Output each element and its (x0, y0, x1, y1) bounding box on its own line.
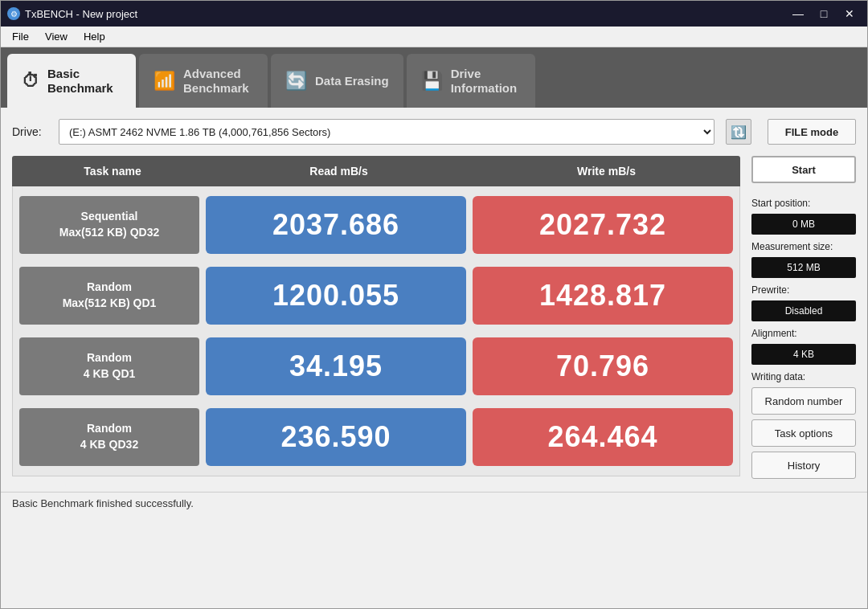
bench-rows: SequentialMax(512 KB) QD32 2037.686 2027… (12, 186, 740, 476)
write-value-random-4k-qd32: 264.464 (473, 408, 733, 466)
drive-row: Drive: (E:) ASMT 2462 NVME 1.86 TB (4,00… (12, 119, 856, 145)
main-layout: Task name Read mB/s Write mB/s Sequentia… (12, 156, 856, 479)
tab-data-erasing[interactable]: 🔄 Data Erasing (271, 54, 403, 108)
maximize-button[interactable]: □ (813, 6, 835, 22)
status-message: Basic Benchmark finished successfully. (12, 497, 194, 509)
drive-select[interactable]: (E:) ASMT 2462 NVME 1.86 TB (4,000,761,8… (59, 125, 714, 139)
menu-view[interactable]: View (37, 29, 76, 44)
writing-data-button[interactable]: Random number (751, 387, 856, 415)
read-value-random-4k-qd1: 34.195 (206, 337, 466, 395)
right-panel: Start Start position: 0 MB Measurement s… (751, 156, 856, 479)
header-read: Read mB/s (205, 165, 473, 178)
table-row: SequentialMax(512 KB) QD32 2037.686 2027… (13, 193, 739, 257)
title-bar-left: ⚙ TxBENCH - New project (7, 7, 137, 20)
measurement-size-label: Measurement size: (751, 241, 856, 252)
advanced-benchmark-icon: 📶 (154, 71, 175, 92)
tab-basic-label: BasicBenchmark (47, 67, 113, 96)
start-button[interactable]: Start (751, 156, 856, 183)
minimize-button[interactable]: — (787, 6, 809, 22)
tab-advanced-label: AdvancedBenchmark (183, 67, 249, 96)
write-value-random-4k-qd1: 70.796 (473, 337, 733, 395)
content-area: Drive: (E:) ASMT 2462 NVME 1.86 TB (4,00… (1, 108, 867, 485)
tab-bar: ⏱ BasicBenchmark 📶 AdvancedBenchmark 🔄 D… (1, 47, 867, 108)
start-position-label: Start position: (751, 198, 856, 209)
task-options-button[interactable]: Task options (751, 419, 856, 447)
benchmark-area: Task name Read mB/s Write mB/s Sequentia… (12, 156, 740, 479)
menu-file[interactable]: File (4, 29, 37, 44)
tab-basic-benchmark[interactable]: ⏱ BasicBenchmark (7, 54, 136, 108)
app-icon: ⚙ (7, 7, 20, 20)
read-value-random-512: 1200.055 (206, 267, 466, 325)
tab-erasing-label: Data Erasing (315, 74, 389, 88)
table-row: Random4 KB QD32 236.590 264.464 (13, 405, 739, 469)
tab-advanced-benchmark[interactable]: 📶 AdvancedBenchmark (139, 54, 268, 108)
header-task-name: Task name (12, 165, 205, 178)
status-bar: Basic Benchmark finished successfully. (1, 492, 867, 514)
bench-header: Task name Read mB/s Write mB/s (12, 156, 740, 186)
table-row: Random4 KB QD1 34.195 70.796 (13, 334, 739, 399)
writing-data-label: Writing data: (751, 371, 856, 382)
file-mode-button[interactable]: FILE mode (768, 119, 856, 145)
task-name-random-4k-qd32: Random4 KB QD32 (19, 408, 199, 466)
start-position-value: 0 MB (751, 214, 856, 235)
close-button[interactable]: ✕ (838, 6, 861, 22)
drive-select-wrap: (E:) ASMT 2462 NVME 1.86 TB (4,000,761,8… (59, 119, 714, 145)
task-name-sequential: SequentialMax(512 KB) QD32 (19, 196, 199, 254)
menu-bar: File View Help (1, 27, 867, 47)
task-name-random-512: RandomMax(512 KB) QD1 (19, 267, 199, 325)
read-value-sequential: 2037.686 (206, 196, 466, 254)
alignment-value: 4 KB (751, 344, 856, 365)
prewrite-label: Prewrite: (751, 284, 856, 296)
read-value-random-4k-qd32: 236.590 (206, 408, 466, 466)
tab-drive-information[interactable]: 💾 DriveInformation (407, 54, 535, 108)
title-bar: ⚙ TxBENCH - New project — □ ✕ (1, 1, 867, 27)
drive-label: Drive: (12, 125, 51, 138)
refresh-icon: 🔃 (731, 125, 747, 140)
prewrite-value: Disabled (751, 300, 856, 321)
write-value-sequential: 2027.732 (473, 196, 733, 254)
task-name-random-4k-qd1: Random4 KB QD1 (19, 337, 199, 395)
history-button[interactable]: History (751, 452, 856, 479)
title-bar-controls: — □ ✕ (787, 6, 861, 22)
alignment-label: Alignment: (751, 328, 856, 339)
basic-benchmark-icon: ⏱ (22, 71, 39, 92)
menu-help[interactable]: Help (76, 29, 113, 44)
refresh-button[interactable]: 🔃 (726, 119, 751, 145)
table-row: RandomMax(512 KB) QD1 1200.055 1428.817 (13, 264, 739, 328)
drive-info-icon: 💾 (421, 71, 443, 92)
measurement-size-value: 512 MB (751, 257, 856, 278)
header-write: Write mB/s (473, 165, 740, 178)
tab-drive-label: DriveInformation (451, 67, 518, 96)
write-value-random-512: 1428.817 (473, 267, 733, 325)
app-title: TxBENCH - New project (25, 8, 137, 20)
data-erasing-icon: 🔄 (285, 71, 307, 92)
